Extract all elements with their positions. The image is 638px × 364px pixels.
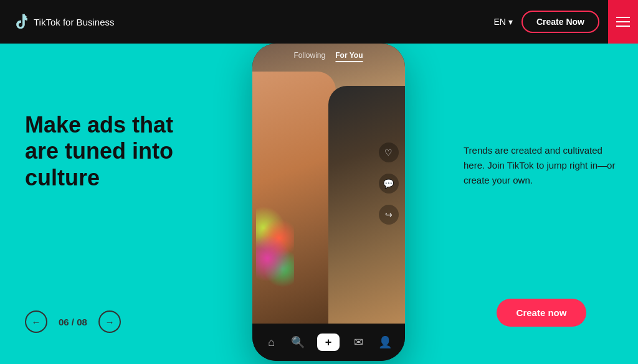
hamburger-line-1 — [616, 17, 630, 18]
add-icon[interactable]: + — [317, 334, 340, 351]
brand-logo[interactable]: TikTok for Business — [12, 13, 115, 30]
page-indicator: 06 / 08 — [59, 317, 87, 327]
language-selector[interactable]: EN ▾ — [494, 17, 513, 27]
center-panel: Following For You ♡ 💬 ↪ ⌂ 🔍 + ✉ 👤 — [212, 44, 445, 364]
pagination: ← 06 / 08 → — [25, 310, 187, 333]
right-panel: Trends are created and cultivated here. … — [445, 44, 638, 364]
phone-mockup: Following For You ♡ 💬 ↪ ⌂ 🔍 + ✉ 👤 — [252, 44, 405, 361]
left-panel: Make ads that are tuned into culture ← 0… — [0, 44, 212, 364]
create-now-bottom-button[interactable]: Create now — [497, 299, 587, 327]
phone-bottom-nav: ⌂ 🔍 + ✉ 👤 — [252, 324, 405, 361]
hero-description: Trends are created and cultivated here. … — [464, 143, 619, 188]
inbox-icon[interactable]: ✉ — [351, 335, 366, 350]
flowers-detail — [256, 198, 294, 299]
hamburger-line-2 — [616, 21, 630, 22]
comment-icon[interactable]: 💬 — [379, 174, 399, 194]
phone-video: Following For You ♡ 💬 ↪ — [252, 44, 405, 324]
heart-icon[interactable]: ♡ — [379, 142, 399, 162]
main-content: Make ads that are tuned into culture ← 0… — [0, 44, 638, 364]
phone-action-icons: ♡ 💬 ↪ — [379, 142, 399, 225]
profile-icon[interactable]: 👤 — [378, 335, 393, 350]
search-icon[interactable]: 🔍 — [290, 335, 305, 350]
tab-for-you[interactable]: For You — [335, 51, 363, 62]
lang-label: EN — [494, 17, 506, 27]
navbar-right: EN ▾ Create Now — [494, 0, 626, 44]
next-arrow-button[interactable]: → — [98, 310, 121, 333]
create-now-button[interactable]: Create Now — [521, 11, 599, 33]
menu-button[interactable] — [608, 0, 638, 44]
brand-text: TikTok for Business — [34, 17, 115, 27]
tiktok-icon — [12, 13, 30, 30]
phone-tabs: Following For You — [294, 51, 363, 62]
tab-following[interactable]: Following — [294, 51, 326, 62]
chevron-down-icon: ▾ — [508, 17, 513, 27]
home-icon[interactable]: ⌂ — [264, 335, 279, 350]
person-left-image — [252, 72, 336, 324]
prev-arrow-button[interactable]: ← — [25, 310, 47, 333]
hero-headline: Make ads that are tuned into culture — [25, 112, 187, 191]
hamburger-line-3 — [616, 26, 630, 27]
share-icon[interactable]: ↪ — [379, 205, 399, 225]
navbar: TikTok for Business EN ▾ Create Now — [0, 0, 638, 44]
